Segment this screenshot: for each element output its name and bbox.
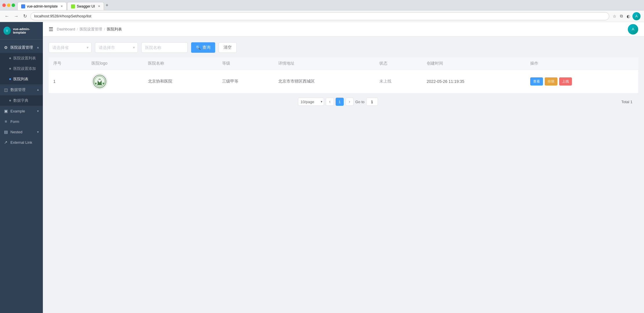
bookmark-icon[interactable]: ☆	[612, 13, 617, 19]
submenu-dot	[9, 68, 11, 70]
hamburger-button[interactable]: ☰	[49, 26, 53, 32]
logo-icon: V	[3, 27, 11, 35]
submenu-label-data-dict: 数据字典	[13, 98, 28, 103]
header-right: A	[628, 24, 638, 34]
submenu-label-settings-add: 医院设置添加	[13, 66, 36, 71]
table-row: 1	[49, 70, 638, 93]
sidebar-item-hosp-settings-add[interactable]: 医院设置添加	[0, 63, 43, 74]
pagination-center: 10/page 20/page 50/page 100/page ▼ ‹ 1 ›…	[54, 98, 621, 106]
svg-rect-5	[98, 80, 101, 81]
tab-close-vue[interactable]: ✕	[61, 5, 63, 8]
online-button[interactable]: 上线	[559, 77, 572, 85]
pagination-container: 10/page 20/page 50/page 100/page ▼ ‹ 1 ›…	[49, 93, 638, 110]
tab-close-swagger[interactable]: ✕	[98, 5, 100, 8]
close-window-btn[interactable]	[2, 3, 6, 7]
breadcrumb-dashboard[interactable]: Dashboard	[57, 27, 75, 31]
cell-name: 北京协和医院	[143, 70, 217, 93]
hospital-name-input[interactable]	[141, 42, 188, 53]
data-mgmt-submenu: 数据字典	[0, 95, 43, 106]
province-select[interactable]: 请选择省	[49, 42, 92, 53]
forward-button[interactable]: →	[13, 12, 20, 20]
sidebar-item-nested[interactable]: ▤ Nested ▼	[0, 127, 43, 137]
sidebar-item-example[interactable]: ▣ Example ▼	[0, 106, 43, 116]
menu-item-left-hosp: ⚙ 医院设置管理	[3, 45, 33, 50]
example-icon: ▣	[3, 109, 8, 113]
sidebar-item-data-dict[interactable]: 数据字典	[0, 95, 43, 106]
address-input[interactable]	[30, 12, 609, 20]
extensions-icon[interactable]: ⧉	[619, 13, 624, 19]
cell-index: 1	[49, 70, 87, 93]
search-icon: 🔍	[196, 45, 201, 50]
goto-label: Go to	[355, 100, 365, 104]
sidebar-item-form[interactable]: ≡ Form	[0, 116, 43, 127]
header: ☰ Dashboard / 医院设置管理 / 医院列表 A	[43, 22, 644, 37]
svg-point-7	[95, 83, 97, 84]
expand-arrow-nested: ▼	[36, 130, 39, 134]
back-button[interactable]: ←	[3, 12, 10, 20]
clear-button[interactable]: 清空	[219, 42, 237, 53]
new-tab-button[interactable]: +	[105, 3, 109, 8]
cell-level: 三级甲等	[217, 70, 274, 93]
address-actions: ☆ ⧉ ◐ A	[612, 12, 641, 20]
action-group: 查看 排班 上线	[530, 77, 634, 85]
sidebar-item-hosp-list[interactable]: 医院列表	[0, 74, 43, 84]
address-bar: ← → ↻ ☆ ⧉ ◐ A	[0, 10, 644, 22]
goto-input[interactable]	[366, 98, 378, 106]
total-text: Total 1	[621, 100, 632, 104]
prev-page-button[interactable]: ‹	[326, 98, 334, 106]
profile-icon[interactable]: ◐	[625, 13, 631, 19]
query-button[interactable]: 🔍 查询	[191, 42, 215, 53]
settings-icon: ⚙	[3, 45, 8, 50]
menu-label-data-mgmt: 数据管理	[10, 87, 25, 92]
tab-swagger[interactable]: Swagger UI ✕	[67, 2, 104, 10]
sidebar-item-hosp-settings-list[interactable]: 医院设置列表	[0, 53, 43, 63]
breadcrumb: Dashboard / 医院设置管理 / 医院列表	[57, 27, 122, 32]
current-page-number[interactable]: 1	[336, 98, 344, 106]
breadcrumb-hosp-list: 医院列表	[107, 27, 122, 32]
menu-label-example: Example	[10, 109, 25, 113]
hospital-logo-svg	[93, 75, 106, 88]
browser-user-avatar[interactable]: A	[632, 12, 641, 20]
svg-point-8	[103, 83, 104, 84]
hosp-settings-submenu: 医院设置列表 医院设置添加 医院列表	[0, 53, 43, 84]
sidebar-item-hosp-settings[interactable]: ⚙ 医院设置管理 ▼	[0, 42, 43, 53]
page-size-select[interactable]: 10/page 20/page 50/page 100/page	[298, 98, 324, 106]
menu-label-external-link: External Link	[10, 140, 32, 145]
table-header: 序号 医院logo 医院名称 等级 详情地址 状态 创建时间 操作	[49, 57, 638, 70]
external-link-icon: ↗	[3, 140, 8, 145]
edit-button[interactable]: 排班	[545, 77, 557, 85]
col-created: 创建时间	[422, 57, 526, 70]
sidebar-item-external-link[interactable]: ↗ External Link	[0, 137, 43, 148]
hospital-table: 序号 医院logo 医院名称 等级 详情地址 状态 创建时间 操作 1	[49, 57, 638, 93]
search-bar: 请选择省 ▼ 请选择市 ▼ 🔍 查询 清空	[49, 42, 638, 53]
menu-item-left-nested: ▤ Nested	[3, 130, 22, 134]
page-content: 请选择省 ▼ 请选择市 ▼ 🔍 查询 清空	[43, 37, 644, 313]
city-select[interactable]: 请选择市	[95, 42, 138, 53]
col-actions: 操作	[526, 57, 638, 70]
view-button[interactable]: 查看	[530, 77, 543, 85]
logo-text: vue-admin-template	[13, 27, 39, 34]
header-avatar[interactable]: A	[628, 24, 638, 34]
submenu-label-settings-list: 医院设置列表	[13, 56, 36, 61]
breadcrumb-sep-2: /	[104, 27, 105, 31]
sidebar-item-data-mgmt[interactable]: ◫ 数据管理 ▼	[0, 84, 43, 95]
breadcrumb-hosp-settings[interactable]: 医院设置管理	[80, 27, 102, 32]
browser-chrome: vue-admin-template ✕ Swagger UI ✕ +	[0, 0, 644, 10]
expand-arrow-example: ▼	[36, 110, 39, 113]
maximize-window-btn[interactable]	[12, 3, 15, 7]
menu-item-left-external: ↗ External Link	[3, 140, 32, 145]
tab-label-swagger: Swagger UI	[77, 4, 95, 8]
hospital-logo-img	[92, 73, 108, 90]
menu-item-left-example: ▣ Example	[3, 109, 25, 113]
menu-label-form: Form	[10, 119, 19, 124]
breadcrumb-sep-1: /	[77, 27, 78, 31]
sidebar: V vue-admin-template ⚙ 医院设置管理 ▼ 医院设置列表 医	[0, 22, 43, 313]
form-icon: ≡	[3, 119, 8, 124]
next-page-button[interactable]: ›	[345, 98, 354, 106]
minimize-window-btn[interactable]	[7, 3, 10, 7]
col-status: 状态	[375, 57, 422, 70]
menu-label-nested: Nested	[10, 130, 22, 134]
menu-item-left-data: ◫ 数据管理	[3, 87, 25, 92]
reload-button[interactable]: ↻	[22, 12, 28, 20]
tab-vue-admin[interactable]: vue-admin-template ✕	[17, 2, 67, 10]
